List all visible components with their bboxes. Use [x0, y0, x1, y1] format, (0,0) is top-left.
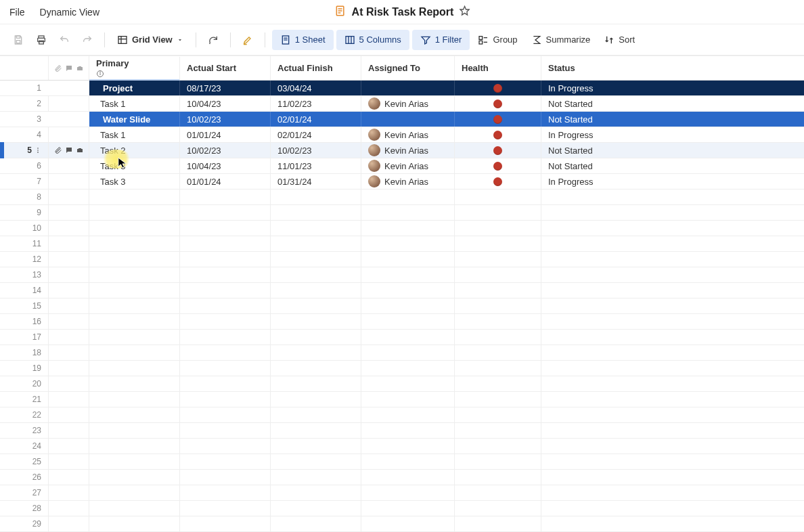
- cell-assigned[interactable]: [361, 298, 455, 313]
- cell-actual-start[interactable]: [180, 470, 271, 485]
- cell-actual-start[interactable]: 10/04/23: [180, 158, 271, 173]
- cell-health[interactable]: [455, 439, 541, 453]
- cell-assigned[interactable]: [361, 439, 455, 453]
- cell-status[interactable]: In Progress: [541, 127, 636, 142]
- save-button[interactable]: [8, 30, 28, 50]
- cell-actual-start[interactable]: [180, 252, 271, 267]
- cell-primary[interactable]: [89, 190, 180, 204]
- cell-actual-start[interactable]: 01/01/24: [180, 127, 271, 142]
- table-row[interactable]: 16: [0, 314, 804, 330]
- cell-actual-finish[interactable]: 11/01/23: [271, 158, 361, 173]
- sheet-filter-button[interactable]: 1 Sheet: [272, 30, 334, 50]
- refresh-button[interactable]: [203, 30, 223, 50]
- cell-health[interactable]: [455, 454, 541, 469]
- cell-status[interactable]: [541, 423, 636, 438]
- row-number[interactable]: 21: [0, 392, 49, 407]
- cell-status[interactable]: [541, 267, 636, 282]
- cell-actual-finish[interactable]: [271, 392, 361, 407]
- cell-primary[interactable]: Task 2: [89, 143, 180, 158]
- row-number[interactable]: 6: [0, 158, 49, 173]
- cell-actual-start[interactable]: [180, 516, 271, 531]
- cell-actual-finish[interactable]: [271, 314, 361, 329]
- cell-status[interactable]: [541, 314, 636, 329]
- filter-button[interactable]: 1 Filter: [412, 30, 470, 50]
- cell-status[interactable]: In Progress: [541, 81, 636, 95]
- cell-actual-start[interactable]: 01/01/24: [180, 174, 271, 189]
- cell-assigned[interactable]: Kevin Arias: [361, 96, 455, 111]
- cell-health[interactable]: [455, 81, 541, 95]
- row-number[interactable]: 14: [0, 283, 49, 298]
- cell-actual-start[interactable]: [180, 345, 271, 360]
- cell-health[interactable]: [455, 516, 541, 531]
- cell-actual-start[interactable]: [180, 454, 271, 469]
- column-header-status[interactable]: Status: [541, 56, 636, 80]
- comment-icon[interactable]: [65, 146, 73, 154]
- cell-assigned[interactable]: [361, 236, 455, 251]
- table-row[interactable]: 11: [0, 236, 804, 252]
- cell-primary[interactable]: [89, 392, 180, 407]
- cell-actual-finish[interactable]: 10/02/23: [271, 143, 361, 158]
- cell-actual-finish[interactable]: 02/01/24: [271, 127, 361, 142]
- cell-assigned[interactable]: [361, 501, 455, 516]
- cell-actual-start[interactable]: 10/02/23: [180, 143, 271, 158]
- cell-actual-start[interactable]: [180, 407, 271, 422]
- undo-button[interactable]: [54, 30, 74, 50]
- row-number[interactable]: 15: [0, 298, 49, 313]
- cell-actual-finish[interactable]: [271, 345, 361, 360]
- proof-icon[interactable]: [76, 146, 84, 154]
- cell-status[interactable]: [541, 190, 636, 204]
- cell-actual-finish[interactable]: [271, 252, 361, 267]
- cell-actual-start[interactable]: [180, 376, 271, 391]
- cell-status[interactable]: [541, 221, 636, 236]
- cell-primary[interactable]: [89, 407, 180, 422]
- row-number[interactable]: 17: [0, 330, 49, 345]
- cell-status[interactable]: [541, 516, 636, 531]
- cell-assigned[interactable]: [361, 345, 455, 360]
- cell-status[interactable]: Not Started: [541, 96, 636, 111]
- cell-assigned[interactable]: [361, 407, 455, 422]
- row-number[interactable]: 12: [0, 252, 49, 267]
- cell-primary[interactable]: Project: [89, 81, 180, 95]
- cell-primary[interactable]: [89, 267, 180, 282]
- view-switcher[interactable]: Grid View: [112, 30, 189, 50]
- table-row[interactable]: 3Water Slide10/02/2302/01/24Not Started: [0, 112, 804, 127]
- cell-primary[interactable]: [89, 283, 180, 298]
- cell-primary[interactable]: [89, 423, 180, 438]
- table-row[interactable]: 12: [0, 252, 804, 267]
- row-number[interactable]: 9: [0, 205, 49, 220]
- cell-actual-finish[interactable]: [271, 516, 361, 531]
- cell-actual-start[interactable]: 08/17/23: [180, 81, 271, 95]
- cell-assigned[interactable]: Kevin Arias: [361, 174, 455, 189]
- cell-primary[interactable]: [89, 454, 180, 469]
- cell-primary[interactable]: Task 3: [89, 174, 180, 189]
- cell-actual-finish[interactable]: [271, 376, 361, 391]
- cell-actual-start[interactable]: [180, 221, 271, 236]
- redo-button[interactable]: [77, 30, 97, 50]
- row-number[interactable]: 27: [0, 485, 49, 500]
- sort-button[interactable]: Sort: [598, 30, 640, 50]
- cell-primary[interactable]: [89, 252, 180, 267]
- cell-primary[interactable]: [89, 330, 180, 345]
- cell-health[interactable]: [455, 252, 541, 267]
- table-row[interactable]: 18: [0, 345, 804, 361]
- cell-assigned[interactable]: Kevin Arias: [361, 127, 455, 142]
- cell-status[interactable]: [541, 345, 636, 360]
- cell-health[interactable]: [455, 376, 541, 391]
- cell-status[interactable]: [541, 252, 636, 267]
- cell-assigned[interactable]: [361, 205, 455, 220]
- cell-actual-finish[interactable]: 02/01/24: [271, 112, 361, 127]
- column-header-actual-start[interactable]: Actual Start: [180, 56, 271, 80]
- star-icon[interactable]: [459, 5, 470, 18]
- cell-actual-finish[interactable]: [271, 423, 361, 438]
- table-row[interactable]: 9: [0, 205, 804, 221]
- row-number[interactable]: 18: [0, 345, 49, 360]
- cell-health[interactable]: [455, 392, 541, 407]
- cell-actual-finish[interactable]: 11/02/23: [271, 96, 361, 111]
- row-number[interactable]: 7: [0, 174, 49, 189]
- cell-actual-finish[interactable]: [271, 267, 361, 282]
- row-number[interactable]: 3: [0, 112, 49, 127]
- table-row[interactable]: 22: [0, 407, 804, 423]
- row-number[interactable]: 8: [0, 190, 49, 204]
- row-number[interactable]: 4: [0, 127, 49, 142]
- table-row[interactable]: 20: [0, 376, 804, 392]
